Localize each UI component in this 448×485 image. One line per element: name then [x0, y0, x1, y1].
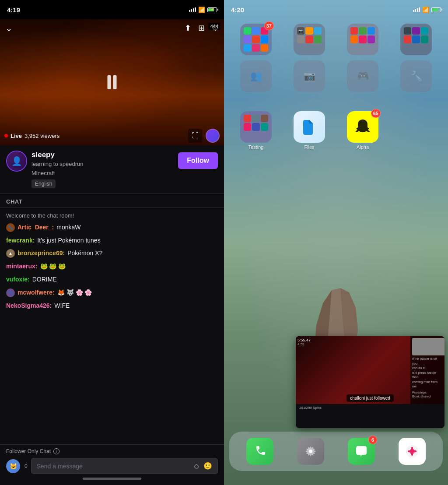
- signal-icon: [189, 7, 196, 12]
- chat-username[interactable]: bronzeprince69:: [18, 249, 65, 258]
- app-2-4: [297, 35, 304, 43]
- chat-message: vufoxie: DORIME: [6, 275, 218, 284]
- gamepad-icon: 🎮: [357, 70, 369, 82]
- settings-dock-icon: [297, 438, 324, 465]
- status-bar-left: 4:19 📶 ⚡: [0, 0, 224, 19]
- files-label: Files: [304, 144, 314, 150]
- app-grid: 37 📷: [224, 19, 448, 60]
- files-icon: [294, 111, 325, 143]
- pause-button[interactable]: [108, 75, 117, 89]
- app-folder-social[interactable]: 37: [231, 24, 281, 55]
- chat-username[interactable]: NekoSigma426:: [6, 302, 52, 310]
- wifi-icon-right: 📶: [422, 7, 429, 13]
- chat-username[interactable]: mintaerux:: [6, 262, 38, 271]
- mini-stream-chat-area: 281/299 Splits: [296, 404, 444, 428]
- chat-username[interactable]: mcwolfwere:: [18, 288, 55, 297]
- placeholder-icon-4: 🔧: [400, 60, 432, 92]
- app-testing[interactable]: Testing: [231, 111, 281, 150]
- snapchat-icon: 65: [347, 111, 378, 143]
- signal-bar-4: [195, 7, 196, 12]
- time-left: 4:19: [7, 6, 20, 14]
- twitch-panel: 4:19 📶 ⚡ ⌄ ⬆ ⊞ ⚙: [0, 0, 224, 485]
- send-icon[interactable]: ◇: [194, 462, 199, 470]
- mini-stream-window[interactable]: 5:55.47 4:59 if the ladder is off you ca…: [296, 336, 444, 428]
- dock-health[interactable]: [399, 438, 426, 465]
- app-4-3: [421, 27, 428, 35]
- signal-icon-right: [413, 7, 420, 12]
- chat-message: 🐾 mcwolfwere: 🦊 🐺 🌸 🌸: [6, 288, 218, 297]
- dock-settings[interactable]: [297, 438, 324, 465]
- folder-grid-3: [347, 24, 378, 55]
- battery-icon: ⚡: [207, 7, 217, 12]
- battery-nub: [217, 9, 218, 11]
- layout-icon[interactable]: ⊞: [198, 23, 205, 33]
- wifi-icon: 📶: [198, 7, 205, 13]
- chat-welcome-message: Welcome to the chat room!: [6, 212, 218, 219]
- app-placeholder-3[interactable]: 🎮: [338, 60, 388, 92]
- signal-bar-r2: [415, 9, 416, 12]
- app-folder-2[interactable]: 📷: [284, 24, 334, 55]
- app-4-6: [421, 35, 428, 43]
- chat-text: DORIME: [32, 275, 57, 284]
- files-svg: [300, 117, 319, 137]
- test-app-5: [252, 123, 259, 130]
- chat-avatar: ▲: [6, 249, 15, 258]
- app-4-2: [412, 27, 420, 35]
- app-folder-4[interactable]: [391, 24, 441, 55]
- app-3-1: [350, 27, 358, 35]
- battery-icon-right: [431, 7, 441, 12]
- signal-bar-r3: [417, 8, 418, 12]
- theater-mode-icon[interactable]: ⛶: [188, 129, 202, 143]
- chat-text: monkaW: [56, 223, 80, 232]
- mini-chat-line-1: if the ladder is off you: [412, 357, 443, 366]
- chat-avatar: 🐾: [6, 288, 15, 297]
- pause-bar-2: [113, 75, 117, 89]
- footsteps-label: Footsteps: [412, 390, 443, 394]
- video-bottom-controls: Live 3,952 viewers ⛶: [0, 126, 224, 145]
- chat-input-placeholder: Send a message: [37, 463, 83, 470]
- battery-bolt: ⚡: [210, 8, 214, 11]
- chat-input-area: Follower Only Chat i 🐱 0 Send a message …: [0, 444, 224, 485]
- chat-text: Pokémon X?: [67, 249, 102, 258]
- app-files[interactable]: Files: [284, 111, 334, 150]
- app-folder-3[interactable]: [338, 24, 388, 55]
- chat-username[interactable]: vufoxie:: [6, 275, 30, 284]
- pause-bar-1: [108, 75, 111, 89]
- time-right: 4:20: [231, 6, 244, 14]
- channel-left: 👤 sleepy learning to speedrun Minecraft …: [6, 151, 84, 188]
- chat-username[interactable]: fewcrank:: [6, 236, 35, 245]
- dock-phone[interactable]: [246, 438, 273, 465]
- info-icon: i: [53, 448, 60, 454]
- app-placeholder-1[interactable]: 👥: [231, 60, 281, 92]
- tools-icon: 🔧: [410, 70, 422, 82]
- emote-icon[interactable]: 🙂: [203, 462, 212, 470]
- channel-avatar[interactable]: 👤: [6, 151, 27, 172]
- signal-bar-r1: [413, 10, 414, 12]
- mini-thumb: [412, 338, 444, 355]
- chevron-down-icon[interactable]: ⌄: [5, 23, 13, 33]
- chat-input-row: 🐱 0 Send a message ◇ 🙂: [6, 458, 218, 474]
- chat-username[interactable]: Artic_Deer_:: [18, 223, 54, 232]
- health-icon: [399, 438, 426, 465]
- channel-name[interactable]: sleepy: [32, 151, 84, 159]
- chat-text: WIFE: [54, 302, 70, 310]
- channel-desc-line1: learning to speedrun: [32, 160, 84, 168]
- messenger-icon: [261, 35, 268, 43]
- dock-messages[interactable]: 6: [348, 438, 375, 465]
- app-2-3: [314, 27, 322, 35]
- follow-button[interactable]: Follow: [178, 152, 218, 169]
- settings-svg: [304, 444, 318, 458]
- chat-input-field[interactable]: Send a message ◇ 🙂: [31, 458, 218, 474]
- channel-language[interactable]: English: [32, 179, 56, 188]
- app-alpha[interactable]: 65 Alpha: [338, 111, 388, 150]
- badge-37: 37: [264, 21, 274, 30]
- mini-stream-video: 5:55.47 4:59 if the ladder is off you ca…: [296, 336, 444, 404]
- video-player[interactable]: ⌄ ⬆ ⊞ ⚙ 444 Live 3,952 viewers ⛶: [0, 19, 224, 145]
- app-3-4: [350, 35, 358, 43]
- folder-grid-4: [400, 24, 432, 55]
- app-placeholder-2[interactable]: 📷: [284, 60, 334, 92]
- status-icons-right: 📶: [413, 7, 441, 13]
- chat-message: fewcrank: It's just Pokémon tunes: [6, 236, 218, 245]
- share-icon[interactable]: ⬆: [185, 23, 191, 33]
- app-placeholder-4[interactable]: 🔧: [391, 60, 441, 92]
